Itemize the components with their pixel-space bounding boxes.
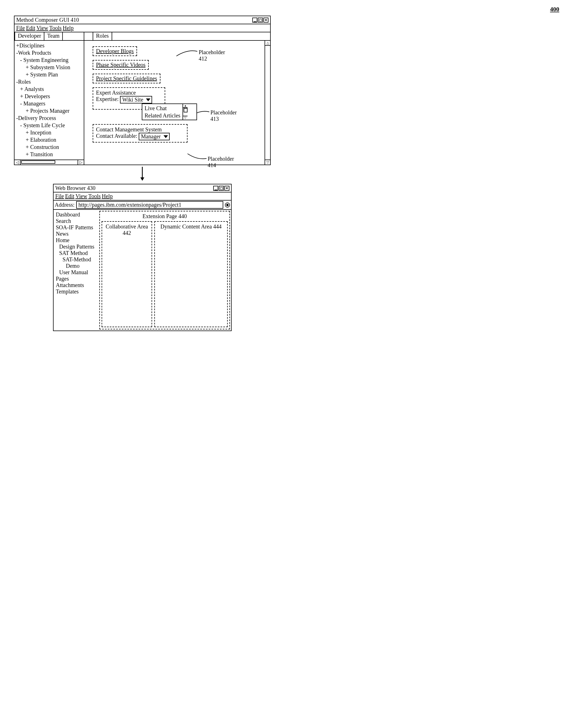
contact-label: Contact Available: [96,133,137,139]
list-item[interactable]: Live Chat [145,104,180,112]
tab-developer[interactable]: Developer [15,32,45,40]
composer-window: Method Composer GUI 410 ▁ ▢ ✕ File Edit … [14,16,271,165]
nav-item[interactable]: Design Patterns [56,243,98,250]
expert-listbox[interactable]: Live Chat Related Articles ▲ ▽ [142,103,197,120]
nav-item[interactable]: SAT-Method [56,256,98,263]
expert-title: Expert Assistance [96,90,162,96]
nav-item[interactable]: Attachments [56,282,98,289]
extension-page: Extension Page 440 Collaborative Area 44… [99,211,230,329]
browser-titlebar: Web Browser 430 ▁ ▢ ✕ [54,184,231,192]
tabs-row: Developer Team Roles [15,32,270,41]
tree-item[interactable]: + Transition [16,151,82,158]
composer-title: Method Composer GUI 410 [16,17,79,23]
nav-item[interactable]: SOA-IF Patterns [56,224,98,231]
chevron-down-icon [146,98,150,101]
go-button[interactable] [225,203,230,208]
menu-view[interactable]: View [75,193,87,200]
tree-item[interactable]: -Work Products [16,49,82,56]
horizontal-scrollbar[interactable]: ◁ ▷ [15,159,84,164]
tree-item[interactable]: + System Plan [16,71,82,78]
address-input[interactable]: http://pages.ibm.com/extensionpages/Proj… [76,201,223,209]
nav-item[interactable]: Pages [56,276,98,282]
browser-window: Web Browser 430 ▁ ▢ ✕ File Edit View Too… [53,184,232,331]
browser-nav: DashboardSearchSOA-IF PatternsNewsHomeDe… [55,211,99,329]
menu-view[interactable]: View [36,25,48,31]
tree-item[interactable]: + Elaboration [16,136,82,143]
menu-help[interactable]: Help [102,193,113,200]
expert-label: Expertise: [96,96,119,102]
tree-item[interactable]: + Analysts [16,85,82,93]
scroll-down-icon[interactable]: ▽ [183,116,188,120]
nav-item[interactable]: News [56,231,98,237]
menu-help[interactable]: Help [63,25,74,31]
scroll-left-icon[interactable]: ◁ [15,160,20,164]
scroll-right-icon[interactable]: ▷ [78,160,84,164]
nav-item[interactable]: User Manual [56,269,98,276]
window-controls: ▁ ▢ ✕ [213,186,229,191]
scroll-up-icon[interactable]: ▲ [183,104,188,108]
minimize-icon[interactable]: ▁ [252,18,257,23]
nav-item[interactable]: Home [56,237,98,243]
tree-item[interactable]: -Roles [16,78,82,85]
menu-file[interactable]: File [55,193,64,200]
tree-item[interactable]: + Developers [16,93,82,100]
tab-roles[interactable]: Roles [93,32,112,40]
tree-item[interactable]: +Disciplines [16,42,82,49]
tree-item[interactable]: + Inception [16,129,82,136]
address-label: Address: [55,202,75,208]
tab-team[interactable]: Team [44,32,63,40]
minimize-icon[interactable]: ▁ [213,186,218,191]
tree-item[interactable]: + Construction [16,143,82,151]
flow-arrow-icon [14,167,271,182]
browser-title: Web Browser 430 [55,185,95,191]
collaborative-area: Collaborative Area 442 [102,221,152,327]
nav-item[interactable]: Demo [56,263,98,269]
menu-tools[interactable]: Tools [49,25,62,31]
scroll-down-icon[interactable]: ▽ [265,159,270,164]
contact-dropdown[interactable]: Manager [139,133,170,140]
address-bar: Address: http://pages.ibm.com/extensionp… [54,201,231,210]
menu-file[interactable]: File [16,25,25,31]
placeholder-contact: Contact Management System Contact Availa… [93,124,188,143]
tree-item[interactable]: - System Engineering [16,56,82,64]
vertical-scrollbar[interactable]: △ ▽ [264,41,270,164]
placeholder-guidelines[interactable]: Project Specific Guidelines [93,73,161,83]
composer-titlebar: Method Composer GUI 410 ▁ ▢ ✕ [15,16,270,24]
composer-main-area: Developer Blogs Phase Specific Videos Pr… [84,41,264,164]
tree-item[interactable]: - Managers [16,100,82,107]
nav-item[interactable]: Dashboard [56,211,98,218]
browser-menubar: File Edit View Tools Help [54,192,231,201]
close-icon[interactable]: ✕ [263,18,268,23]
placeholder-videos[interactable]: Phase Specific Videos [93,60,149,70]
tree-item[interactable]: + Projects Manager [16,107,82,114]
list-item[interactable]: Related Articles [145,112,180,119]
scroll-up-icon[interactable]: △ [265,41,270,46]
maximize-icon[interactable]: ▢ [258,18,263,23]
close-icon[interactable]: ✕ [224,186,229,191]
placeholder-blogs[interactable]: Developer Blogs [93,46,137,56]
nav-item[interactable]: Templates [56,289,98,295]
menu-edit[interactable]: Edit [65,193,74,200]
figure-number: 400 [6,6,570,13]
tree-item[interactable]: -Delivery Process [16,114,82,122]
menu-edit[interactable]: Edit [26,25,35,31]
composer-tree-panel: +Disciplines-Work Products- System Engin… [15,41,84,164]
chevron-down-icon [164,135,168,138]
nav-item[interactable]: SAT Method [56,250,98,256]
nav-item[interactable]: Search [56,218,98,224]
maximize-icon[interactable]: ▢ [219,186,224,191]
composer-menubar: File Edit View Tools Help [15,24,270,32]
window-controls: ▁ ▢ ✕ [252,18,268,23]
svg-marker-1 [140,177,144,181]
contact-title: Contact Management System [96,126,184,133]
tree-item[interactable]: + Subsystem Vision [16,64,82,71]
extension-page-title: Extension Page 440 [102,213,228,219]
dynamic-content-area: Dynamic Content Area 444 [154,221,228,327]
menu-tools[interactable]: Tools [88,193,101,200]
tree-item[interactable]: - System Life Cycle [16,122,82,129]
expert-dropdown[interactable]: Wiki Site [120,96,152,103]
